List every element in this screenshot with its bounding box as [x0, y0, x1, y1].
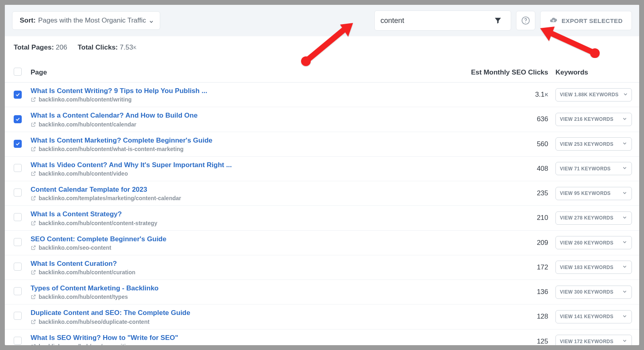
row-checkbox[interactable]	[14, 287, 22, 295]
external-link-icon	[31, 344, 36, 345]
row-checkbox[interactable]	[14, 140, 22, 148]
header-checkbox-cell	[14, 68, 31, 77]
keywords-cell: VIEW 141 KEYWORDS	[550, 310, 630, 323]
view-keywords-label: VIEW 141 KEYWORDS	[560, 314, 613, 319]
page-title-link[interactable]: Content Calendar Template for 2023	[31, 185, 465, 194]
page-url-text: backlinko.com/hub/content/calendar	[39, 121, 136, 128]
row-checkbox[interactable]	[14, 115, 22, 123]
page-cell: What Is Content Curation?backlinko.com/h…	[31, 259, 465, 275]
page-title-link[interactable]: SEO Content: Complete Beginner's Guide	[31, 235, 465, 243]
row-checkbox[interactable]	[14, 164, 22, 172]
clicks-value: 172	[537, 263, 548, 271]
page-url-text: backlinko.com/hub/content/what-is-conten…	[39, 146, 184, 152]
table-row: What Is Video Content? And Why It's Supe…	[5, 157, 639, 181]
view-keywords-label: VIEW 278 KEYWORDS	[560, 215, 613, 221]
page-cell: What Is SEO Writing? How to "Write for S…	[31, 333, 465, 346]
page-url-line[interactable]: backlinko.com/hub/content/types	[31, 294, 465, 300]
page-title-link[interactable]: What Is Content Curation?	[31, 259, 465, 268]
clicks-cell: 408	[465, 165, 550, 173]
row-checkbox[interactable]	[14, 213, 22, 221]
page-url-text: backlinko.com/hub/content/video	[39, 170, 128, 177]
clicks-cell: 636	[465, 115, 550, 123]
page-cell: What Is Video Content? And Why It's Supe…	[31, 161, 465, 177]
select-all-checkbox[interactable]	[14, 68, 22, 76]
page-url-line[interactable]: backlinko.com/hub/seo/seo-writing	[31, 343, 465, 345]
page-url-text: backlinko.com/hub/content/curation	[39, 269, 135, 275]
sort-dropdown[interactable]: Sort: Pages with the Most Organic Traffi…	[12, 11, 160, 30]
page-title-link[interactable]: What Is Content Marketing? Complete Begi…	[31, 136, 465, 145]
row-checkbox-cell	[14, 91, 31, 99]
page-title-link[interactable]: What Is a Content Strategy?	[31, 210, 465, 218]
column-header-clicks[interactable]: Est Monthly SEO Clicks	[465, 68, 550, 77]
row-checkbox[interactable]	[14, 188, 22, 197]
page-url-line[interactable]: backlinko.com/hub/content/writing	[31, 96, 465, 103]
total-clicks-label: Total Clicks:	[78, 43, 118, 51]
clicks-value: 560	[537, 140, 548, 148]
view-keywords-button[interactable]: VIEW 253 KEYWORDS	[555, 137, 632, 151]
row-checkbox-cell	[14, 213, 31, 223]
row-checkbox-cell	[14, 287, 31, 297]
page-url-line[interactable]: backlinko.com/templates/marketing/conten…	[31, 195, 465, 201]
table-header: Page Est Monthly SEO Clicks Keywords	[5, 62, 639, 83]
page-title-link[interactable]: What Is a Content Calendar? And How to B…	[31, 111, 465, 120]
page-title-link[interactable]: What Is Video Content? And Why It's Supe…	[31, 161, 465, 169]
summary-bar: Total Pages: 206 Total Clicks: 7.53K	[5, 36, 639, 54]
page-title-link[interactable]: What Is Content Writing? 9 Tips to Help …	[31, 87, 465, 95]
clicks-cell: 125	[465, 338, 550, 345]
row-checkbox[interactable]	[14, 337, 22, 345]
view-keywords-button[interactable]: VIEW 172 KEYWORDS	[555, 335, 632, 345]
clicks-value: 636	[537, 115, 548, 123]
page-url-text: backlinko.com/seo-content	[39, 244, 111, 251]
view-keywords-button[interactable]: VIEW 141 KEYWORDS	[555, 310, 632, 323]
page-title-link[interactable]: What Is SEO Writing? How to "Write for S…	[31, 333, 465, 342]
page-url-line[interactable]: backlinko.com/seo-content	[31, 244, 465, 251]
view-keywords-button[interactable]: VIEW 260 KEYWORDS	[555, 236, 632, 249]
view-keywords-button[interactable]: VIEW 95 KEYWORDS	[555, 187, 632, 200]
export-selected-button[interactable]: EXPORT SELECTED	[540, 11, 632, 30]
view-keywords-button[interactable]: VIEW 1.88K KEYWORDS	[555, 88, 632, 101]
filter-icon[interactable]	[491, 15, 505, 26]
page-url-line[interactable]: backlinko.com/hub/content/content-strate…	[31, 220, 465, 226]
table-row: Types of Content Marketing - Backlinkoba…	[5, 280, 639, 304]
search-filter-box[interactable]	[374, 10, 511, 31]
page-url-line[interactable]: backlinko.com/hub/content/calendar	[31, 121, 465, 128]
page-url-line[interactable]: backlinko.com/hub/content/video	[31, 170, 465, 177]
page-url-line[interactable]: backlinko.com/hub/content/what-is-conten…	[31, 146, 465, 152]
row-checkbox-cell	[14, 263, 31, 272]
page-cell: What Is Content Writing? 9 Tips to Help …	[31, 87, 465, 103]
external-link-icon	[31, 195, 36, 201]
view-keywords-label: VIEW 260 KEYWORDS	[560, 240, 613, 246]
view-keywords-label: VIEW 172 KEYWORDS	[560, 339, 613, 344]
view-keywords-label: VIEW 253 KEYWORDS	[560, 141, 613, 147]
row-checkbox[interactable]	[14, 312, 22, 320]
total-pages: Total Pages: 206	[14, 43, 67, 52]
page-title-link[interactable]: Duplicate Content and SEO: The Complete …	[31, 309, 465, 317]
chevron-down-icon	[622, 338, 627, 345]
row-checkbox[interactable]	[14, 238, 22, 246]
page-url-line[interactable]: backlinko.com/hub/seo/duplicate-content	[31, 319, 465, 325]
total-clicks-value: 7.53	[120, 43, 133, 51]
page-cell: Duplicate Content and SEO: The Complete …	[31, 309, 465, 325]
view-keywords-label: VIEW 216 KEYWORDS	[560, 116, 613, 122]
page-url-text: backlinko.com/hub/seo/duplicate-content	[39, 319, 149, 325]
chevron-down-icon	[622, 141, 627, 147]
page-title-link[interactable]: Types of Content Marketing - Backlinko	[31, 284, 465, 292]
external-link-icon	[31, 146, 36, 152]
clicks-cell: 560	[465, 140, 550, 148]
page-url-text: backlinko.com/hub/seo/seo-writing	[39, 343, 132, 345]
search-input[interactable]	[380, 17, 491, 25]
view-keywords-button[interactable]: VIEW 216 KEYWORDS	[555, 113, 632, 126]
view-keywords-button[interactable]: VIEW 300 KEYWORDS	[555, 286, 632, 299]
row-checkbox[interactable]	[14, 91, 22, 99]
column-header-keywords[interactable]: Keywords	[550, 68, 630, 77]
page-url-text: backlinko.com/hub/content/types	[39, 294, 128, 300]
view-keywords-button[interactable]: VIEW 278 KEYWORDS	[555, 211, 632, 225]
page-cell: Types of Content Marketing - Backlinkoba…	[31, 284, 465, 300]
view-keywords-button[interactable]: VIEW 71 KEYWORDS	[555, 162, 632, 175]
view-keywords-button[interactable]: VIEW 183 KEYWORDS	[555, 261, 632, 274]
chevron-down-icon	[622, 116, 627, 123]
page-url-line[interactable]: backlinko.com/hub/content/curation	[31, 269, 465, 275]
help-button[interactable]	[516, 11, 535, 30]
column-header-page[interactable]: Page	[31, 68, 465, 77]
row-checkbox[interactable]	[14, 263, 22, 271]
